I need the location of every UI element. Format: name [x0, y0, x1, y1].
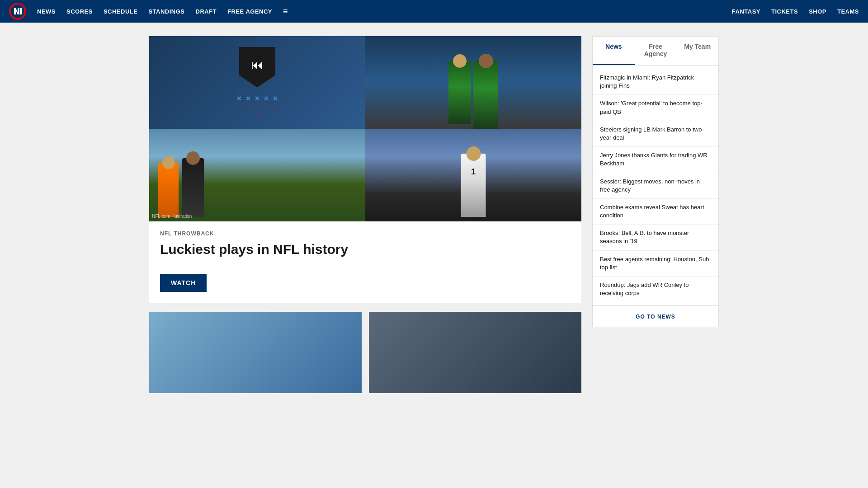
player-head-4	[186, 151, 200, 165]
o-mark: ○	[273, 104, 276, 110]
o-mark: ○	[245, 104, 249, 110]
rewind-icon: ⏮	[251, 57, 264, 72]
top-right-bg	[365, 36, 581, 129]
news-item-5[interactable]: Combine exams reveal Sweat has heart con…	[593, 199, 718, 225]
nfl-logo[interactable]	[9, 3, 26, 20]
plays-row-3: ○	[255, 112, 259, 118]
sidebar: News Free Agency My Team Fitzmagic in Mi…	[592, 36, 719, 393]
navbar-left: NEWS SCORES SCHEDULE STANDINGS DRAFT FRE…	[9, 3, 288, 20]
nfl-logo-svg	[10, 4, 25, 19]
plays-row-1: ✕ ✕ ✕ ✕ ✕	[236, 95, 278, 102]
news-item-7[interactable]: Best free agents remaining: Houston, Suh…	[593, 251, 718, 277]
news-item-0[interactable]: Fitzmagic in Miami: Ryan Fitzpatrick joi…	[593, 69, 718, 95]
hero-img-top-right	[365, 36, 581, 129]
o-mark: ○	[259, 104, 262, 110]
jersey-number: 1	[471, 167, 476, 177]
player-group	[448, 61, 498, 129]
news-item-4[interactable]: Sessler: Biggest moves, non-moves in fre…	[593, 173, 718, 199]
thumb-card-left[interactable]	[149, 312, 362, 393]
tab-my-team[interactable]: My Team	[676, 37, 718, 65]
watch-button[interactable]: WATCH	[160, 274, 207, 292]
x-mark: ✕	[273, 95, 278, 102]
nav-scores[interactable]: SCORES	[66, 8, 93, 15]
sidebar-card: News Free Agency My Team Fitzmagic in Mi…	[592, 36, 719, 327]
player-head-2	[479, 54, 493, 68]
o-mark: ○	[238, 104, 241, 110]
thumb-right-bg	[369, 312, 581, 393]
player-group-bottom	[158, 158, 204, 217]
qb-player-group: 1	[461, 154, 486, 217]
thumb-left-bg	[149, 312, 362, 393]
nav-teams[interactable]: TEAMS	[837, 8, 859, 15]
go-to-news: GO TO NEWS	[593, 305, 718, 327]
nav-free-agency[interactable]: FREE AGENCY	[227, 8, 272, 15]
x-mark: ✕	[236, 95, 242, 102]
qb-player: 1	[461, 154, 486, 217]
plays-diagram: ✕ ✕ ✕ ✕ ✕ ○ ○ ○ ○ ○ ○	[236, 95, 278, 118]
bottom-left-bg	[149, 129, 365, 221]
hero-card: ⏮ ✕ ✕ ✕ ✕ ✕ ○ ○	[149, 36, 581, 303]
navbar-right: FANTASY TICKETS SHOP TEAMS	[732, 8, 859, 15]
o-mark: ○	[266, 104, 269, 110]
player-head-5	[466, 146, 481, 161]
go-to-news-link[interactable]: GO TO NEWS	[636, 314, 675, 320]
main-content: ⏮ ✕ ✕ ✕ ✕ ✕ ○ ○	[149, 36, 581, 393]
plays-row-2: ○ ○ ○ ○ ○ ○	[238, 104, 276, 110]
nav-standings[interactable]: STANDINGS	[148, 8, 184, 15]
navbar: NEWS SCORES SCHEDULE STANDINGS DRAFT FRE…	[0, 0, 868, 23]
tab-news[interactable]: News	[593, 37, 635, 65]
nav-schedule[interactable]: SCHEDULE	[104, 8, 138, 15]
o-mark: ○	[255, 112, 259, 118]
bottom-right-bg: 1	[365, 129, 581, 221]
thumb-card-right[interactable]	[369, 312, 581, 393]
player-head-1	[453, 54, 467, 68]
content-area: ⏮ ✕ ✕ ✕ ✕ ✕ ○ ○	[140, 23, 728, 407]
sidebar-news-list: Fitzmagic in Miami: Ryan Fitzpatrick joi…	[593, 66, 718, 305]
news-item-2[interactable]: Steelers signing LB Mark Barron to two-y…	[593, 121, 718, 147]
hero-actions: WATCH	[149, 274, 581, 303]
nav-shop[interactable]: SHOP	[809, 8, 826, 15]
tab-free-agency[interactable]: Free Agency	[635, 37, 677, 65]
hero-text-area: NFL THROWBACK Luckiest plays in NFL hist…	[149, 221, 581, 274]
hero-img-bottom-left	[149, 129, 365, 221]
bottom-thumbs	[149, 312, 581, 393]
news-item-6[interactable]: Brooks: Bell, A.B. to have monster seaso…	[593, 225, 718, 250]
player-head-3	[162, 156, 175, 169]
nav-tickets[interactable]: TICKETS	[771, 8, 798, 15]
bengals-player-1	[158, 163, 179, 217]
o-mark: ○	[252, 104, 255, 110]
news-item-1[interactable]: Wilson: 'Great potential' to become top-…	[593, 95, 718, 121]
bengals-player-2	[182, 158, 204, 217]
x-mark: ✕	[264, 95, 269, 102]
x-mark: ✕	[245, 95, 251, 102]
image-credit: NFL.com illustration	[152, 214, 192, 219]
article-title: Luckiest plays in NFL history	[160, 241, 571, 258]
nav-news[interactable]: NEWS	[37, 8, 56, 15]
nfl-shield-logo: ⏮	[239, 47, 275, 88]
sidebar-tabs: News Free Agency My Team	[593, 37, 718, 66]
nav-fantasy[interactable]: FANTASY	[732, 8, 760, 15]
x-mark: ✕	[255, 95, 260, 102]
player-silhouette-2	[473, 61, 498, 129]
player-silhouette-1	[448, 61, 471, 124]
hero-img-top-left: ⏮ ✕ ✕ ✕ ✕ ✕ ○ ○	[149, 36, 365, 129]
news-item-3[interactable]: Jerry Jones thanks Giants for trading WR…	[593, 147, 718, 173]
more-menu-icon[interactable]: ≡	[283, 7, 288, 16]
nav-draft[interactable]: DRAFT	[196, 8, 217, 15]
hero-image-grid: ⏮ ✕ ✕ ✕ ✕ ✕ ○ ○	[149, 36, 581, 221]
article-category: NFL THROWBACK	[160, 230, 571, 237]
news-item-8[interactable]: Roundup: Jags add WR Conley to receiving…	[593, 277, 718, 302]
hero-img-bottom-right: 1	[365, 129, 581, 221]
nfl-shield-shape: ⏮	[239, 47, 275, 88]
